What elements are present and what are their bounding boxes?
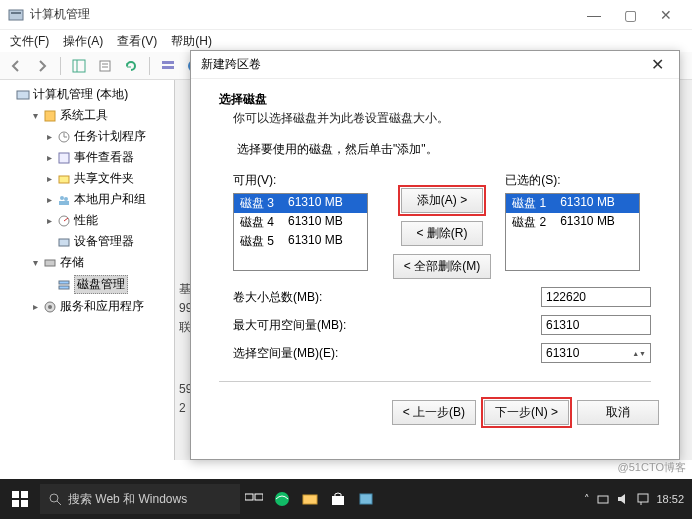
pane-icon[interactable]: [69, 56, 89, 76]
list-item[interactable]: 磁盘 361310 MB: [234, 194, 367, 213]
svg-point-19: [64, 197, 68, 201]
svg-rect-0: [9, 10, 23, 20]
menu-view[interactable]: 查看(V): [117, 33, 157, 50]
edge-icon[interactable]: [268, 479, 296, 519]
remove-button[interactable]: < 删除(R): [401, 221, 483, 246]
tree-root[interactable]: 计算机管理 (本地): [16, 84, 172, 105]
wizard-dialog: 新建跨区卷 ✕ 选择磁盘 你可以选择磁盘并为此卷设置磁盘大小。 选择要使用的磁盘…: [190, 50, 680, 460]
task-view-icon[interactable]: [240, 479, 268, 519]
tree-performance[interactable]: ▸性能: [44, 210, 172, 231]
svg-rect-35: [245, 494, 253, 500]
svg-rect-38: [303, 495, 317, 504]
remove-all-button[interactable]: < 全部删除(M): [393, 254, 491, 279]
svg-rect-40: [360, 494, 372, 504]
tree-services-apps[interactable]: ▸服务和应用程序: [30, 296, 172, 317]
app-taskbar-icon[interactable]: [352, 479, 380, 519]
svg-rect-12: [45, 111, 55, 121]
space-input[interactable]: 61310 ▲▼: [541, 343, 651, 363]
tree-device-manager[interactable]: 设备管理器: [44, 231, 172, 252]
tray-volume-icon[interactable]: [616, 492, 630, 506]
svg-rect-11: [17, 91, 29, 99]
tree-system-tools[interactable]: ▾系统工具: [30, 105, 172, 126]
svg-rect-32: [21, 500, 28, 507]
tray-network-icon[interactable]: [596, 492, 610, 506]
store-icon[interactable]: [324, 479, 352, 519]
search-icon: [48, 492, 62, 506]
list-item[interactable]: 磁盘 161310 MB: [506, 194, 639, 213]
refresh-icon[interactable]: [121, 56, 141, 76]
tree-shared-folders[interactable]: ▸共享文件夹: [44, 168, 172, 189]
svg-line-34: [57, 501, 61, 505]
add-button[interactable]: 添加(A) >: [401, 188, 483, 213]
svg-rect-16: [59, 153, 69, 163]
svg-rect-42: [638, 494, 648, 502]
dialog-instruction: 选择要使用的磁盘，然后单击"添加"。: [237, 141, 651, 158]
taskbar-search[interactable]: 搜索 Web 和 Windows: [40, 484, 240, 514]
svg-rect-26: [59, 286, 69, 289]
svg-rect-4: [100, 61, 110, 71]
back-icon[interactable]: [6, 56, 26, 76]
svg-rect-1: [11, 12, 21, 14]
menu-action[interactable]: 操作(A): [63, 33, 103, 50]
svg-rect-24: [45, 260, 55, 266]
system-tray: ˄ 18:52: [584, 492, 692, 506]
selected-label: 已选的(S):: [505, 172, 651, 189]
svg-rect-8: [162, 66, 174, 69]
menubar: 文件(F) 操作(A) 查看(V) 帮助(H): [0, 30, 692, 52]
tray-time[interactable]: 18:52: [656, 493, 684, 505]
forward-icon[interactable]: [32, 56, 52, 76]
tree-storage[interactable]: ▾存储: [30, 252, 172, 273]
next-button[interactable]: 下一步(N) >: [484, 400, 569, 425]
tree-task-scheduler[interactable]: ▸任务计划程序: [44, 126, 172, 147]
svg-point-18: [60, 196, 64, 200]
close-button[interactable]: ✕: [648, 1, 684, 29]
selected-listbox[interactable]: 磁盘 161310 MB磁盘 261310 MB: [505, 193, 640, 271]
list-icon[interactable]: [158, 56, 178, 76]
list-item[interactable]: 磁盘 461310 MB: [234, 213, 367, 232]
menu-file[interactable]: 文件(F): [10, 33, 49, 50]
back-button[interactable]: < 上一步(B): [392, 400, 476, 425]
available-listbox[interactable]: 磁盘 361310 MB磁盘 461310 MB磁盘 561310 MB: [233, 193, 368, 271]
svg-rect-31: [12, 500, 19, 507]
svg-point-28: [48, 305, 52, 309]
svg-rect-29: [12, 491, 19, 498]
explorer-icon[interactable]: [296, 479, 324, 519]
total-label: 卷大小总数(MB):: [233, 289, 541, 306]
tray-chevron-icon[interactable]: ˄: [584, 493, 590, 506]
start-button[interactable]: [0, 479, 40, 519]
svg-rect-30: [21, 491, 28, 498]
tree-disk-management[interactable]: 磁盘管理: [44, 273, 172, 296]
maximize-button[interactable]: ▢: [612, 1, 648, 29]
tree-local-users[interactable]: ▸本地用户和组: [44, 189, 172, 210]
svg-rect-7: [162, 61, 174, 64]
svg-rect-23: [59, 239, 69, 246]
max-label: 最大可用空间量(MB):: [233, 317, 541, 334]
svg-rect-36: [255, 494, 263, 500]
spinner-icon[interactable]: ▲▼: [632, 350, 646, 357]
svg-rect-17: [59, 176, 69, 183]
list-item[interactable]: 磁盘 561310 MB: [234, 232, 367, 251]
menu-help[interactable]: 帮助(H): [171, 33, 212, 50]
svg-rect-41: [598, 496, 608, 503]
dialog-subheading: 你可以选择磁盘并为此卷设置磁盘大小。: [219, 110, 651, 127]
dialog-titlebar: 新建跨区卷 ✕: [191, 51, 679, 79]
dialog-close-button[interactable]: ✕: [645, 55, 669, 74]
space-label: 选择空间量(MB)(E):: [233, 345, 541, 362]
nav-tree: 计算机管理 (本地) ▾系统工具 ▸任务计划程序 ▸事件查看器 ▸共享文件夹 ▸…: [0, 80, 175, 460]
tray-action-center-icon[interactable]: [636, 492, 650, 506]
svg-rect-39: [332, 496, 344, 505]
minimize-button[interactable]: —: [576, 1, 612, 29]
svg-rect-2: [73, 60, 85, 72]
dialog-heading: 选择磁盘: [219, 91, 651, 108]
available-label: 可用(V):: [233, 172, 379, 189]
window-titlebar: 计算机管理 — ▢ ✕: [0, 0, 692, 30]
window-title: 计算机管理: [30, 6, 576, 23]
svg-point-33: [50, 494, 58, 502]
list-item[interactable]: 磁盘 261310 MB: [506, 213, 639, 232]
total-value: 122620: [541, 287, 651, 307]
dialog-title: 新建跨区卷: [201, 56, 261, 73]
cancel-button[interactable]: 取消: [577, 400, 659, 425]
tree-event-viewer[interactable]: ▸事件查看器: [44, 147, 172, 168]
properties-icon[interactable]: [95, 56, 115, 76]
max-value: 61310: [541, 315, 651, 335]
